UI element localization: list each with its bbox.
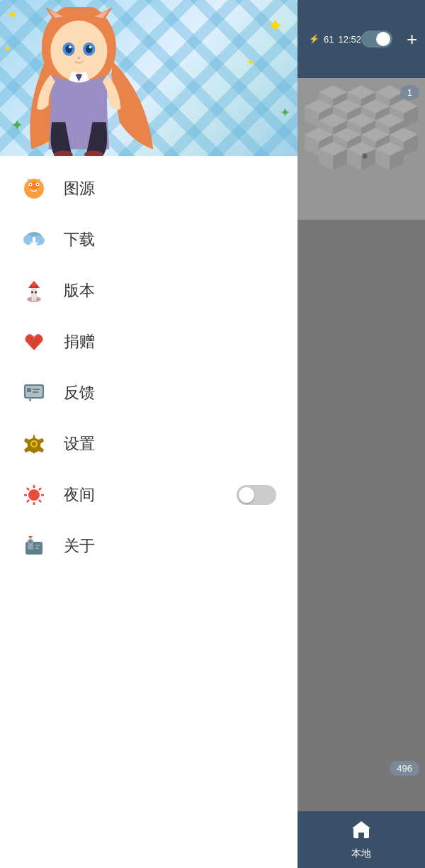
menu-item-about[interactable]: 关于	[0, 521, 298, 572]
bottom-tab-local[interactable]: 本地	[298, 811, 425, 868]
version-label: 版本	[64, 280, 95, 301]
svg-rect-37	[33, 389, 40, 390]
svg-point-11	[89, 45, 92, 48]
menu-item-settings[interactable]: 设置	[0, 418, 298, 469]
add-button[interactable]: +	[407, 28, 417, 50]
svg-rect-55	[35, 545, 40, 546]
night-label: 夜间	[64, 484, 95, 506]
donate-label: 捐赠	[64, 331, 95, 352]
menu-item-night[interactable]: 夜间	[0, 469, 298, 521]
svg-line-47	[27, 488, 29, 490]
version-icon	[21, 278, 47, 304]
svg-point-5	[50, 21, 107, 82]
settings-label: 设置	[64, 433, 95, 455]
feedback-label: 反馈	[64, 382, 95, 404]
source-icon	[21, 176, 47, 201]
anime-character	[7, 7, 191, 156]
svg-point-42	[28, 489, 40, 501]
battery-level: 61	[324, 34, 334, 45]
svg-point-19	[30, 184, 31, 185]
svg-rect-31	[35, 298, 37, 301]
badge-count-1: 1	[400, 85, 419, 100]
svg-rect-30	[32, 298, 34, 301]
banner-image: ✦ ✦ ✦ ✦ ✦ ✦ ✦	[0, 0, 298, 156]
svg-rect-117	[358, 833, 364, 838]
svg-line-50	[27, 500, 29, 502]
thumbnail-area: 1	[298, 78, 425, 220]
svg-point-20	[37, 184, 38, 185]
night-icon	[21, 482, 47, 508]
svg-point-29	[32, 282, 36, 286]
left-drawer: ✦ ✦ ✦ ✦ ✦ ✦ ✦	[0, 0, 298, 868]
svg-marker-39	[28, 399, 31, 401]
header-toggle[interactable]	[361, 30, 392, 48]
add-icon: +	[407, 28, 417, 50]
feedback-icon	[21, 380, 47, 406]
menu-item-version[interactable]: 版本	[0, 265, 298, 316]
battery-icon: ⚡	[309, 34, 319, 44]
svg-point-10	[69, 45, 72, 48]
about-icon	[21, 533, 47, 559]
menu-item-download[interactable]: 下载	[0, 214, 298, 265]
sparkle-icon: ✦	[280, 105, 290, 121]
svg-marker-57	[28, 536, 33, 539]
menu-item-feedback[interactable]: 反馈	[0, 367, 298, 418]
local-tab-label: 本地	[351, 847, 371, 860]
svg-marker-116	[352, 821, 370, 828]
svg-line-48	[39, 500, 41, 502]
svg-line-49	[39, 488, 41, 490]
svg-point-54	[29, 540, 32, 543]
svg-point-41	[32, 442, 36, 446]
local-tab-icon	[351, 820, 372, 846]
about-label: 关于	[64, 535, 95, 557]
sparkle-icon: ✦	[267, 14, 283, 38]
svg-point-12	[77, 57, 80, 59]
source-label: 图源	[64, 178, 95, 199]
svg-rect-52	[28, 544, 33, 550]
header-status: ⚡ 61 12:52	[309, 34, 361, 45]
right-panel: ⚡ 61 12:52 +	[298, 0, 425, 868]
menu-list: 图源 下载	[0, 156, 298, 868]
svg-point-33	[35, 291, 37, 294]
badge-count-496: 496	[390, 761, 419, 776]
toggle-knob	[239, 487, 254, 503]
night-toggle[interactable]	[237, 485, 276, 505]
menu-item-source[interactable]: 图源	[0, 163, 298, 214]
menu-item-donate[interactable]: 捐赠	[0, 316, 298, 367]
middle-area: 496	[298, 220, 425, 811]
sparkle-icon: ✦	[246, 57, 255, 68]
svg-point-114	[363, 155, 366, 157]
svg-rect-56	[35, 547, 39, 549]
header-toggle-knob	[376, 32, 390, 46]
donate-icon	[21, 329, 47, 355]
time-display: 12:52	[338, 34, 361, 45]
settings-icon	[21, 431, 47, 457]
download-label: 下载	[64, 229, 95, 250]
svg-rect-36	[27, 388, 31, 392]
download-icon	[21, 227, 47, 252]
svg-point-32	[31, 291, 33, 294]
right-header: ⚡ 61 12:52 +	[298, 0, 425, 78]
svg-rect-38	[33, 391, 38, 393]
